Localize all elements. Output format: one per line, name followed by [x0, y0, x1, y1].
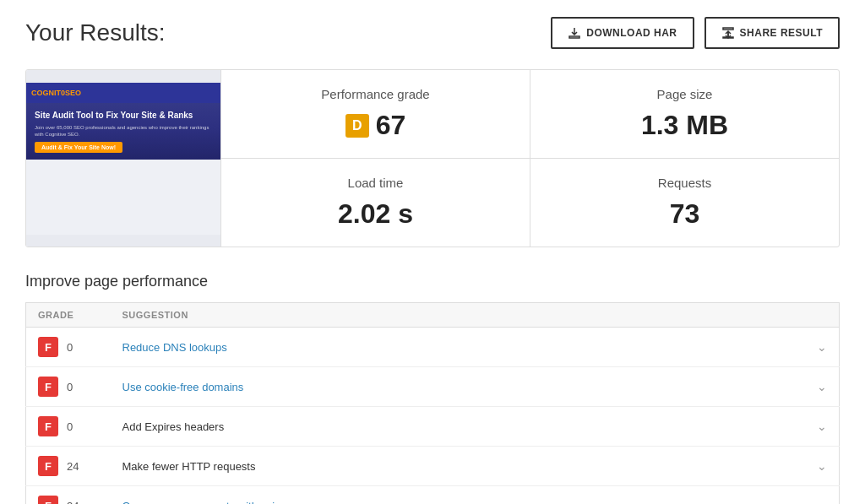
expand-cell[interactable]: ⌄ [805, 486, 840, 505]
page-size-value: 1.3 MB [641, 110, 728, 141]
table-body: F 0 Reduce DNS lookups ⌄ F 0 Use cookie-… [26, 328, 840, 505]
expand-cell[interactable]: ⌄ [805, 447, 840, 486]
screenshot-inner: COGNIT0SEO Site Audit Tool to Fix Your S… [26, 83, 220, 235]
grade-badge: F [38, 416, 58, 436]
grade-badge: F [38, 496, 58, 504]
table-row: F 0 Reduce DNS lookups ⌄ [26, 328, 840, 367]
suggestion-cell[interactable]: Reduce DNS lookups [111, 328, 806, 367]
page-wrapper: Your Results: Download HAR Share Result [0, 0, 865, 504]
performance-grade-value: D 67 [345, 110, 406, 141]
performance-grade-card: Performance grade D 67 [220, 70, 530, 158]
expand-cell[interactable]: ⌄ [805, 407, 840, 447]
suggestion-column-header: Suggestion [111, 303, 806, 328]
load-time-card: Load time 2.02 s [220, 158, 530, 247]
page-size-card: Page size 1.3 MB [530, 70, 839, 158]
suggestion-text[interactable]: Reduce DNS lookups [122, 341, 227, 354]
table-row: F 24 Make fewer HTTP requests ⌄ [26, 447, 840, 486]
share-icon [721, 26, 735, 40]
chevron-down-icon[interactable]: ⌄ [817, 380, 827, 393]
header-buttons: Download HAR Share Result [551, 17, 840, 49]
requests-label: Requests [658, 176, 711, 190]
grade-number: 0 [67, 420, 73, 433]
screenshot-content: Site Audit Tool to Fix Your Site & Ranks… [26, 103, 220, 160]
grade-cell: F 0 [26, 367, 111, 407]
screenshot-top-bar: COGNIT0SEO [26, 83, 220, 103]
grade-cell: F 0 [26, 328, 111, 367]
expand-cell[interactable]: ⌄ [805, 328, 840, 367]
suggestion-cell[interactable]: Make fewer HTTP requests [111, 447, 806, 486]
screenshot-logo: COGNIT0SEO [31, 89, 81, 97]
table-header-row: Grade Suggestion [26, 303, 840, 328]
share-result-button[interactable]: Share Result [705, 17, 840, 49]
chevron-down-icon[interactable]: ⌄ [817, 340, 827, 354]
stats-grid: Performance grade D 67 Page size 1.3 MB … [220, 70, 839, 247]
screenshot-body: Join over 65,000 SEO professionals and a… [35, 124, 212, 138]
suggestion-cell[interactable]: Compress components with gzip [111, 486, 806, 505]
suggestion-text[interactable]: Add Expires headers [122, 420, 225, 433]
chevron-down-icon[interactable]: ⌄ [817, 420, 827, 433]
grade-number: 34 [67, 500, 79, 505]
grade-cell: F 34 [26, 486, 111, 505]
load-time-label: Load time [348, 176, 404, 190]
stats-section: COGNIT0SEO Site Audit Tool to Fix Your S… [25, 69, 840, 247]
performance-table: Grade Suggestion F 0 Reduce DNS lookups … [25, 302, 840, 504]
screenshot-cta: Audit & Fix Your Site Now! [35, 142, 122, 153]
table-row: F 0 Use cookie-free domains ⌄ [26, 367, 840, 407]
grade-number: 0 [67, 341, 73, 354]
header-row: Your Results: Download HAR Share Result [25, 17, 840, 49]
suggestion-cell[interactable]: Use cookie-free domains [111, 367, 806, 407]
suggestion-text[interactable]: Use cookie-free domains [122, 381, 244, 393]
suggestion-cell[interactable]: Add Expires headers [111, 407, 806, 447]
requests-value: 73 [670, 198, 700, 230]
suggestion-text[interactable]: Compress components with gzip [122, 500, 281, 504]
grade-cell: F 24 [26, 447, 111, 486]
suggestion-text[interactable]: Make fewer HTTP requests [122, 460, 256, 473]
load-time-value: 2.02 s [338, 198, 413, 230]
grade-badge: F [38, 377, 58, 397]
download-icon [568, 26, 581, 40]
screenshot-heading: Site Audit Tool to Fix Your Site & Ranks [35, 110, 212, 121]
page-size-label: Page size [657, 87, 713, 101]
improve-title: Improve page performance [25, 273, 840, 290]
chevron-down-icon[interactable]: ⌄ [817, 499, 827, 504]
improve-section: Improve page performance Grade Suggestio… [25, 273, 840, 504]
table-row: F 34 Compress components with gzip ⌄ [26, 486, 840, 505]
download-har-button[interactable]: Download HAR [551, 17, 694, 49]
expand-cell[interactable]: ⌄ [805, 367, 840, 407]
grade-column-header: Grade [26, 303, 111, 328]
grade-badge: F [38, 337, 58, 357]
screenshot-card: COGNIT0SEO Site Audit Tool to Fix Your S… [26, 70, 220, 247]
performance-grade-number: 67 [376, 110, 406, 141]
grade-number: 24 [67, 460, 79, 473]
grade-badge: F [38, 456, 58, 476]
chevron-down-icon[interactable]: ⌄ [817, 459, 827, 473]
grade-cell: F 0 [26, 407, 111, 447]
page-title: Your Results: [25, 19, 166, 46]
grade-number: 0 [67, 381, 73, 393]
performance-grade-label: Performance grade [321, 87, 429, 101]
requests-card: Requests 73 [530, 158, 839, 247]
screenshot-bottom [26, 160, 220, 210]
performance-grade-badge: D [345, 114, 369, 138]
expand-column-header [805, 303, 840, 328]
table-row: F 0 Add Expires headers ⌄ [26, 407, 840, 447]
